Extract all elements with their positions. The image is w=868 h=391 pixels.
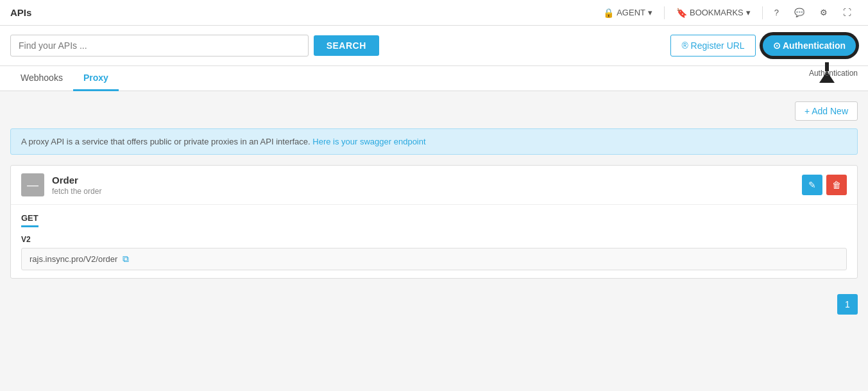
tabs-bar: Webhooks Proxy — [0, 66, 868, 91]
swagger-endpoint-link[interactable]: Here is your swagger endpoint — [312, 137, 425, 146]
delete-api-button[interactable]: 🗑 — [826, 175, 847, 195]
api-card-header: — Order fetch the order ✎ 🗑 — [11, 166, 857, 205]
register-url-button[interactable]: ® Register URL — [670, 35, 755, 56]
help-icon: ? — [774, 8, 779, 17]
version-label: V2 — [21, 235, 847, 244]
edit-api-button[interactable]: ✎ — [802, 175, 822, 195]
trash-icon: 🗑 — [832, 180, 841, 190]
search-area: SEARCH ® Register URL ⊙ Authentication — [0, 26, 868, 66]
bookmarks-chevron-icon: ▾ — [746, 8, 751, 17]
authentication-button[interactable]: ⊙ Authentication — [761, 33, 858, 58]
bookmarks-menu[interactable]: 🔖 BOOKMARKS ▾ — [670, 4, 757, 22]
settings-button[interactable]: ⚙ — [813, 4, 834, 21]
api-card: — Order fetch the order ✎ 🗑 GET V2 rajs.… — [10, 165, 858, 279]
bookmark-icon: 🔖 — [676, 8, 687, 18]
api-card-actions: ✎ 🗑 — [802, 175, 847, 195]
pagination-row: 1 — [10, 289, 858, 320]
copy-icon[interactable]: ⧉ — [123, 254, 129, 265]
chat-button[interactable]: 💬 — [788, 4, 811, 21]
expand-icon: ⛶ — [843, 8, 851, 17]
top-nav: APIs 🔒 AGENT ▾ 🔖 BOOKMARKS ▾ ? 💬 ⚙ ⛶ — [0, 0, 868, 26]
method-badge: GET — [21, 213, 38, 227]
info-banner-text: A proxy API is a service that offers pub… — [21, 137, 311, 146]
endpoint-url: rajs.insync.pro/V2/order — [30, 254, 117, 264]
lock-icon: 🔒 — [603, 8, 614, 18]
search-button[interactable]: SEARCH — [314, 35, 379, 56]
main-content: + Add New A proxy API is a service that … — [0, 91, 868, 330]
agent-chevron-icon: ▾ — [648, 8, 652, 17]
nav-divider-1 — [664, 6, 665, 19]
agent-label: AGENT — [617, 8, 645, 17]
agent-menu[interactable]: 🔒 AGENT ▾ — [597, 4, 659, 22]
api-name: Order — [52, 175, 802, 186]
chat-icon: 💬 — [794, 8, 804, 17]
tab-webhooks[interactable]: Webhooks — [10, 66, 73, 91]
app-title: APIs — [10, 7, 31, 18]
api-card-body: GET V2 rajs.insync.pro/V2/order ⧉ — [11, 205, 857, 278]
settings-icon: ⚙ — [820, 8, 828, 17]
auth-tooltip-label: Authentication — [809, 69, 858, 78]
top-nav-right: 🔒 AGENT ▾ 🔖 BOOKMARKS ▾ ? 💬 ⚙ ⛶ — [597, 4, 858, 22]
api-description: fetch the order — [52, 187, 802, 196]
add-new-button[interactable]: + Add New — [795, 101, 858, 121]
toolbar-row: + Add New — [10, 101, 858, 121]
page-1-button[interactable]: 1 — [837, 294, 858, 315]
tabs-tooltip-area: Webhooks Proxy Authentication — [0, 66, 868, 91]
info-banner: A proxy API is a service that offers pub… — [10, 128, 858, 155]
edit-icon: ✎ — [808, 180, 816, 190]
help-button[interactable]: ? — [768, 4, 785, 21]
api-card-title: Order fetch the order — [52, 175, 802, 196]
endpoint-box: rajs.insync.pro/V2/order ⧉ — [21, 248, 847, 270]
bookmarks-label: BOOKMARKS — [690, 8, 744, 17]
minus-icon: — — [27, 178, 38, 192]
api-card-icon: — — [21, 173, 44, 196]
search-input[interactable] — [10, 35, 309, 56]
nav-divider-2 — [762, 6, 763, 19]
expand-button[interactable]: ⛶ — [837, 4, 858, 21]
tab-proxy[interactable]: Proxy — [73, 66, 119, 91]
